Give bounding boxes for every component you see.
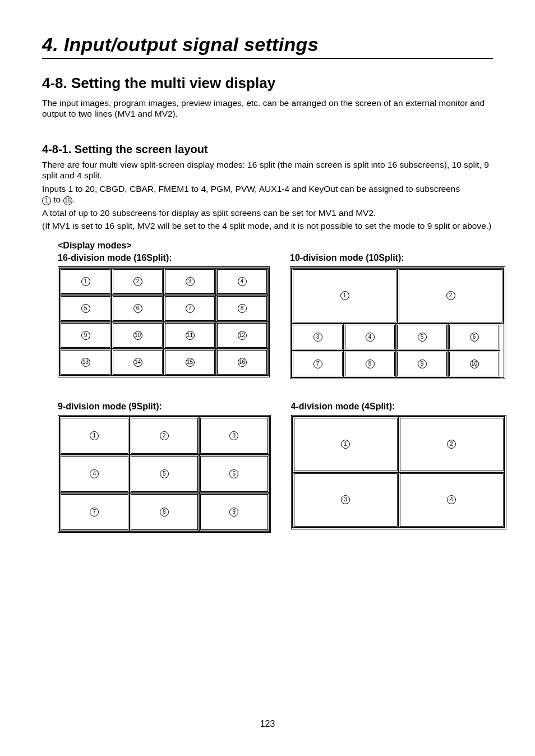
chapter-title: 4. Input/output signal settings xyxy=(42,34,493,56)
circle-number-icon: 3 xyxy=(313,333,322,342)
grid-cell: 4 xyxy=(344,324,396,351)
mode-9-grid: 1 2 3 4 5 6 7 8 9 xyxy=(58,415,271,533)
grid-cell: 7 xyxy=(164,295,216,322)
subsection-para-4: (If MV1 is set to 16 split, MV2 will be … xyxy=(42,220,493,231)
grid-cell: 5 xyxy=(130,455,200,493)
circle-number-icon: 3 xyxy=(186,277,195,286)
circle-number-icon: 6 xyxy=(229,469,238,478)
circle-number-icon: 3 xyxy=(341,495,350,504)
subsection-para-2-period: . xyxy=(72,195,75,204)
grid-cell: 1 xyxy=(292,268,398,324)
mode-9-col: 9-division mode (9Split): 1 2 3 4 5 6 7 xyxy=(58,399,271,533)
circle-number-icon: 10 xyxy=(133,331,142,340)
grid-cell: 5 xyxy=(396,324,448,351)
circle-number-icon: 9 xyxy=(229,508,238,517)
circle-number-icon: 7 xyxy=(313,359,322,368)
subsection-title: 4-8-1. Setting the screen layout xyxy=(42,143,493,156)
circle-number-icon: 4 xyxy=(447,495,456,504)
circle-number-icon: 4 xyxy=(366,333,375,342)
circle-number-icon: 2 xyxy=(133,277,142,286)
circle-number-icon: 2 xyxy=(160,431,169,440)
section-title: 4-8. Setting the multi view display xyxy=(42,75,493,92)
circle-number-icon: 1 xyxy=(42,196,51,205)
circle-number-icon: 12 xyxy=(238,331,247,340)
subsection-paragraphs: There are four multi view split-screen d… xyxy=(42,159,493,232)
grid-cell: 4 xyxy=(216,268,268,295)
grid-cell: 4 xyxy=(399,472,505,528)
mode-4-col: 4-division mode (4Split): 1 2 3 4 xyxy=(291,399,506,533)
grid-cell: 6 xyxy=(448,324,500,351)
circle-number-icon: 4 xyxy=(90,469,99,478)
circle-number-icon: 7 xyxy=(90,508,99,517)
grid-cell: 3 xyxy=(164,268,216,295)
grid-cell: 9 xyxy=(199,493,269,531)
grid-cell: 6 xyxy=(199,455,269,493)
grid-cell: 1 xyxy=(293,417,399,472)
circle-number-icon: 10 xyxy=(470,359,479,368)
grid-cell: 9 xyxy=(396,351,448,377)
circle-number-icon: 16 xyxy=(238,358,247,367)
grid-cell: 8 xyxy=(216,295,268,322)
grid-cell: 3 xyxy=(293,472,399,528)
circle-number-icon: 1 xyxy=(81,277,90,286)
grid-cell: 7 xyxy=(292,351,344,377)
grid-cell: 3 xyxy=(199,417,269,455)
grid-cell: 13 xyxy=(59,349,112,376)
subsection-para-2: Inputs 1 to 20, CBGD, CBAR, FMEM1 to 4, … xyxy=(42,183,493,205)
circle-number-icon: 6 xyxy=(470,333,479,342)
grid-cell: 2 xyxy=(398,268,504,324)
grid-cell: 2 xyxy=(112,268,164,295)
mode-4-grid: 1 2 3 4 xyxy=(291,415,506,529)
circle-number-icon: 11 xyxy=(186,331,195,340)
circle-number-icon: 1 xyxy=(341,440,350,449)
mode-10-grid: 1 2 3 4 5 6 7 8 9 10 xyxy=(290,266,505,379)
grid-cell: 8 xyxy=(130,493,200,531)
mode-10-label: 10-division mode (10Split): xyxy=(290,253,505,263)
circle-number-icon: 9 xyxy=(418,359,427,368)
section-paragraph: The input images, program images, previe… xyxy=(42,98,493,119)
subsection-para-1: There are four multi view split-screen d… xyxy=(42,159,493,181)
circle-number-icon: 5 xyxy=(418,333,427,342)
grid-cell: 7 xyxy=(59,493,130,531)
mode-9-label: 9-division mode (9Split): xyxy=(58,402,271,412)
display-modes-heading: <Display modes> xyxy=(58,241,493,251)
circle-number-icon: 5 xyxy=(81,304,90,313)
circle-number-icon: 2 xyxy=(446,291,455,300)
circle-number-icon: 3 xyxy=(229,431,238,440)
grid-cell: 1 xyxy=(59,268,112,295)
grid-cell: 10 xyxy=(112,322,164,349)
circle-number-icon: 8 xyxy=(238,304,247,313)
grid-cell: 16 xyxy=(216,349,268,376)
circle-number-icon: 13 xyxy=(81,358,90,367)
grid-cell: 5 xyxy=(59,295,112,322)
grid-cell: 8 xyxy=(344,351,396,377)
circle-number-icon: 15 xyxy=(186,358,195,367)
modes-row-2: 9-division mode (9Split): 1 2 3 4 5 6 7 xyxy=(58,399,493,533)
circle-number-icon: 8 xyxy=(366,359,375,368)
circle-number-icon: 6 xyxy=(133,304,142,313)
mode-16-grid: 1 2 3 4 5 6 7 8 9 10 11 xyxy=(58,266,270,377)
subsection-para-2-text: Inputs 1 to 20, CBGD, CBAR, FMEM1 to 4, … xyxy=(42,184,460,193)
subsection-para-3: A total of up to 20 subscreens for displ… xyxy=(42,208,493,218)
circle-number-icon: 2 xyxy=(447,440,456,449)
grid-cell: 9 xyxy=(59,322,112,349)
circle-number-icon: 1 xyxy=(90,431,99,440)
mode-4-label: 4-division mode (4Split): xyxy=(291,402,506,412)
grid-cell: 2 xyxy=(130,417,200,455)
grid-cell: 3 xyxy=(292,324,344,351)
circle-number-icon: 5 xyxy=(160,469,169,478)
subsection-para-2-to: to xyxy=(51,195,63,204)
mode-16-label: 16-division mode (16Split): xyxy=(58,253,270,263)
chapter-rule xyxy=(42,58,493,59)
mode-10-col: 10-division mode (10Split): 1 2 3 4 5 6 … xyxy=(290,251,505,379)
grid-cell: 6 xyxy=(112,295,164,322)
grid-cell: 15 xyxy=(164,349,216,376)
circle-number-icon: 8 xyxy=(160,508,169,517)
circle-number-icon: 1 xyxy=(340,291,349,300)
grid-cell: 10 xyxy=(448,351,500,377)
grid-cell: 14 xyxy=(112,349,164,376)
grid-cell: 12 xyxy=(216,322,268,349)
page-number: 123 xyxy=(0,719,535,729)
circle-number-icon: 4 xyxy=(238,277,247,286)
grid-cell: 2 xyxy=(399,417,505,472)
